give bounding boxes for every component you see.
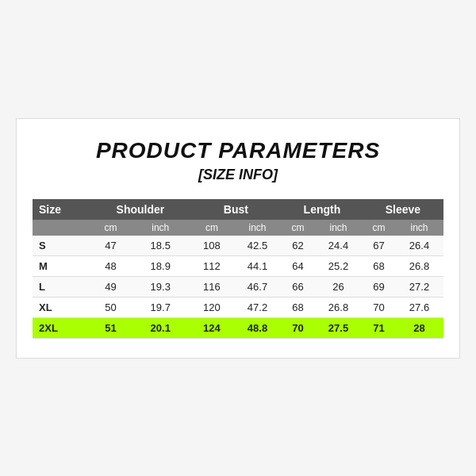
col-shoulder-inch: inch <box>131 220 190 236</box>
col-bust-cm: cm <box>190 220 233 236</box>
table-row: M4818.911244.16425.26826.8 <box>33 255 443 276</box>
table-header-row-2: cm inch cm inch cm inch cm inch <box>33 220 443 236</box>
product-card: PRODUCT PARAMETERS [SIZE INFO] Size Shou… <box>16 118 460 359</box>
col-length-inch: inch <box>314 220 363 236</box>
col-bust: Bust <box>190 199 282 220</box>
table-row: 2XL5120.112448.87027.57128 <box>33 317 443 338</box>
table-row: XL5019.712047.26826.87027.6 <box>33 297 443 317</box>
col-sleeve-cm: cm <box>363 220 395 236</box>
col-shoulder-cm: cm <box>90 220 131 236</box>
page-subtitle: [SIZE INFO] <box>33 167 443 183</box>
col-length-cm: cm <box>282 220 314 236</box>
size-table: Size Shoulder Bust Length Sleeve cm inch… <box>33 199 443 339</box>
col-shoulder: Shoulder <box>90 199 190 220</box>
col-sleeve: Sleeve <box>363 199 443 220</box>
table-row: S4718.510842.56224.46726.4 <box>33 236 443 256</box>
col-bust-inch: inch <box>233 220 282 236</box>
page-title: PRODUCT PARAMETERS <box>33 138 443 163</box>
table-header-row-1: Size Shoulder Bust Length Sleeve <box>33 199 443 220</box>
col-length: Length <box>282 199 363 220</box>
col-size-blank <box>33 220 90 236</box>
table-body: S4718.510842.56224.46726.4M4818.911244.1… <box>33 236 443 339</box>
col-sleeve-inch: inch <box>395 220 443 236</box>
col-size: Size <box>33 199 90 220</box>
table-row: L4919.311646.766266927.2 <box>33 276 443 297</box>
